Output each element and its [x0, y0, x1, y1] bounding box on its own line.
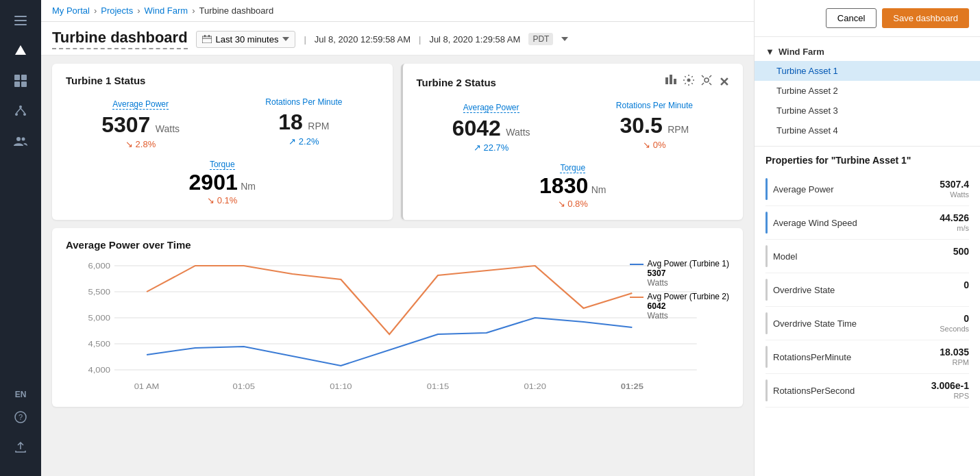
property-avg-power-name: Average Power [773, 184, 834, 195]
legend-turbine1: Avg Power (Turbine 1) 5307 Watts [630, 259, 729, 288]
legend-turbine2-value: 6042 [648, 301, 729, 311]
turbine1-avg-power-change: ↘ 2.8% [66, 139, 215, 149]
breadcrumb-sep-1: › [94, 5, 97, 16]
svg-rect-20 [665, 77, 668, 84]
timezone-badge: PDT [528, 33, 553, 45]
time-range-selector[interactable]: Last 30 minutes [196, 31, 296, 48]
right-panel: Cancel Save dashboard ▼ Wind Farm Turbin… [754, 0, 980, 476]
cancel-button[interactable]: Cancel [826, 8, 877, 28]
svg-rect-18 [204, 35, 206, 37]
svg-text:5,000: 5,000 [88, 314, 110, 323]
status-cards-row: Turbine 1 Status Average Power 5307 Watt… [52, 64, 743, 220]
turbine2-rpm-label: Rotations Per Minute [580, 101, 729, 110]
property-rpm-bar [765, 346, 768, 368]
breadcrumb-current: Turbine dashboard [199, 5, 273, 16]
language-label[interactable]: EN [15, 390, 27, 399]
svg-rect-5 [14, 82, 20, 87]
turbine2-torque-unit: Nm [591, 184, 607, 195]
legend-turbine1-label: Avg Power (Turbine 1) [648, 259, 729, 268]
sidebar: EN ? [0, 0, 41, 476]
properties-title: Properties for "Turbine Asset 1" [765, 155, 969, 166]
svg-text:01:20: 01:20 [524, 382, 546, 391]
svg-point-8 [15, 113, 18, 116]
tree-item-turbine4[interactable]: Turbine Asset 4 [755, 121, 980, 140]
tree-wind-farm-header[interactable]: ▼ Wind Farm [755, 42, 980, 61]
svg-rect-19 [208, 35, 210, 37]
legend-turbine1-value: 5307 [648, 268, 729, 278]
svg-line-28 [709, 83, 711, 85]
settings-icon[interactable] [683, 75, 694, 90]
property-avg-power-bar [765, 178, 768, 200]
bar-chart-icon[interactable] [665, 75, 676, 90]
breadcrumb-wind-farm[interactable]: Wind Farm [145, 5, 188, 16]
breadcrumb-sep-3: › [192, 5, 195, 16]
svg-line-26 [709, 75, 711, 77]
svg-point-7 [19, 105, 22, 108]
turbine2-torque-change: ↘ 0.8% [417, 199, 730, 209]
hierarchy-icon[interactable] [8, 99, 33, 123]
tree-item-turbine1[interactable]: Turbine Asset 1 [755, 61, 980, 81]
property-overdrive-state: Overdrive State 0 [765, 273, 969, 307]
property-rpm-right: 18.035 RPM [940, 346, 969, 366]
property-overdrive-state-bar [765, 279, 768, 301]
property-model-name: Model [773, 251, 797, 262]
property-overdrive-state-time: Overdrive State Time 0 Seconds [765, 307, 969, 340]
property-avg-power: Average Power 5307.4 Watts [765, 173, 969, 206]
property-model-value: 500 [953, 246, 969, 257]
svg-point-23 [687, 79, 691, 82]
time-sep-2: | [419, 34, 421, 45]
menu-icon[interactable] [8, 8, 33, 33]
tree-item-turbine3[interactable]: Turbine Asset 3 [755, 101, 980, 121]
legend-turbine1-line [630, 264, 644, 265]
turbine1-torque-change: ↘ 0.1% [66, 195, 379, 205]
export-icon[interactable] [8, 435, 33, 460]
close-icon[interactable]: ✕ [719, 75, 729, 90]
property-overdrive-time-right: 0 Seconds [940, 312, 969, 333]
dashboard-icon[interactable] [8, 68, 33, 93]
chart-legend: Avg Power (Turbine 1) 5307 Watts Avg Pow… [630, 259, 729, 325]
property-overdrive-state-value: 0 [964, 279, 969, 290]
users-icon[interactable] [8, 129, 33, 153]
svg-rect-6 [21, 82, 27, 87]
tree-item-turbine2[interactable]: Turbine Asset 2 [755, 81, 980, 101]
property-avg-wind-name: Average Wind Speed [773, 218, 857, 228]
chart-area: 6,000 5,500 5,000 4,500 4,000 01 AM 01:0… [66, 259, 729, 396]
expand-icon[interactable] [701, 75, 712, 90]
turbine1-avg-power-unit: Watts [156, 123, 180, 134]
turbine1-rpm-change: ↗ 2.2% [229, 136, 378, 147]
turbine2-avg-power-unit: Watts [506, 127, 530, 138]
logo-icon[interactable] [8, 38, 33, 63]
breadcrumb-sep-2: › [137, 5, 140, 16]
property-rps-name: RotationsPerSecond [773, 386, 855, 396]
chevron-down-icon [282, 37, 289, 41]
svg-rect-1 [14, 20, 27, 21]
help-icon[interactable]: ? [8, 405, 33, 429]
property-overdrive-time-name: Overdrive State Time [773, 318, 857, 329]
svg-point-12 [16, 137, 21, 141]
svg-rect-21 [670, 75, 672, 84]
svg-rect-2 [14, 24, 27, 25]
turbine1-torque-value-row: 2901 Nm [66, 170, 379, 195]
property-avg-power-value: 5307.4 [940, 179, 969, 190]
property-avg-wind-bar [765, 212, 768, 234]
svg-rect-16 [202, 36, 212, 43]
turbine2-rpm: Rotations Per Minute 30.5 RPM ↘ 0% [580, 101, 729, 153]
time-range-label: Last 30 minutes [216, 34, 279, 45]
svg-text:4,500: 4,500 [88, 340, 110, 349]
breadcrumb-projects[interactable]: Projects [101, 5, 133, 16]
property-overdrive-state-right: 0 [964, 279, 969, 291]
property-model-right: 500 [953, 245, 969, 258]
legend-turbine2: Avg Power (Turbine 2) 6042 Watts [630, 292, 729, 321]
property-avg-power-left: Average Power [765, 178, 834, 200]
breadcrumb-my-portal[interactable]: My Portal [52, 5, 90, 16]
legend-turbine2-unit: Watts [648, 311, 729, 321]
save-dashboard-button[interactable]: Save dashboard [882, 8, 969, 28]
property-rpm-value: 18.035 [940, 347, 969, 358]
property-overdrive-state-left: Overdrive State [765, 279, 835, 301]
property-avg-wind-speed: Average Wind Speed 44.526 m/s [765, 206, 969, 240]
turbine2-torque-label: Torque [560, 163, 585, 173]
chart-title: Average Power over Time [66, 239, 729, 251]
svg-line-25 [702, 75, 704, 77]
turbine2-torque: Torque 1830 Nm ↘ 0.8% [417, 161, 730, 209]
tree-collapse-icon: ▼ [765, 47, 774, 57]
